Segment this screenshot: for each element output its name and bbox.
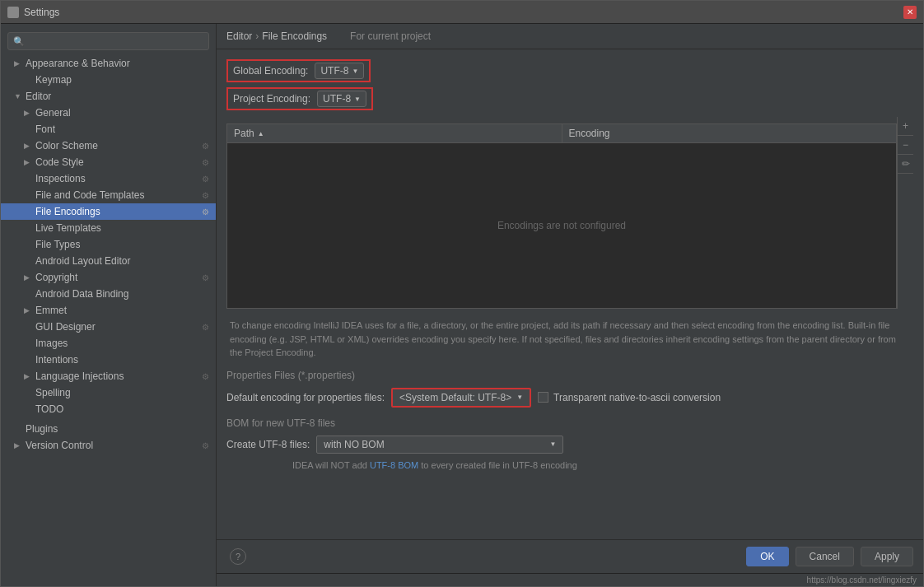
create-utf8-label: Create UTF-8 files: [226,439,310,450]
sidebar-item-label: Android Data Binding [35,288,128,300]
global-encoding-section: Global Encoding: UTF-8 ▼ [226,59,913,82]
dropdown-arrow: ▼ [549,440,556,448]
sidebar-item-label: TODO [35,403,63,415]
app-icon [7,7,19,18]
bom-title: BOM for new UTF-8 files [226,417,913,429]
settings-icon: ⚙ [202,372,209,381]
create-utf8-select[interactable]: with NO BOM ▼ [316,436,563,454]
help-button[interactable]: ? [230,548,246,565]
expand-arrow: ▶ [14,441,22,450]
add-row-button[interactable]: + [898,117,913,136]
sidebar-item-images[interactable]: Images [1,335,216,352]
sidebar-item-file-code-templates[interactable]: File and Code Templates ⚙ [1,187,216,203]
sidebar-item-label: File Encodings [35,206,100,217]
settings-icon: ⚙ [202,207,209,217]
props-encoding-row: Default encoding for properties files: <… [226,388,913,408]
props-files-label: Properties Files (*.properties) [226,370,913,381]
search-box[interactable]: 🔍 [7,32,209,50]
sidebar-item-label: Intentions [35,354,78,366]
sidebar-item-intentions[interactable]: Intentions [1,352,216,368]
settings-icon: ⚙ [202,142,209,151]
main-content: 🔍 ▶ Appearance & Behavior Keymap ▼ Edito… [1,24,923,586]
col-encoding: Encoding [562,124,897,142]
settings-icon: ⚙ [202,273,209,282]
dropdown-arrow: ▼ [516,394,523,401]
main-panel: Editor › File Encodings For current proj… [217,24,923,586]
url-bar: https://blog.csdn.net/lingxiezfy [217,573,923,586]
sidebar-item-inspections[interactable]: Inspections ⚙ [1,170,216,187]
sidebar-item-spelling[interactable]: Spelling [1,384,216,401]
for-current-project-link[interactable]: For current project [350,30,431,42]
sidebar-item-keymap[interactable]: Keymap [1,72,216,88]
breadcrumb-separator: › [255,30,259,42]
close-button[interactable]: ✕ [903,6,917,19]
sidebar-item-label: Inspections [35,173,86,184]
expand-arrow: ▶ [24,109,32,117]
sidebar-item-android-data-binding[interactable]: Android Data Binding [1,286,216,302]
sidebar-item-label: Keymap [35,74,72,86]
global-encoding-select[interactable]: UTF-8 ▼ [315,63,364,79]
table-actions: + − ✏ [897,117,913,309]
sidebar-item-code-style[interactable]: ▶ Code Style ⚙ [1,154,216,170]
sidebar-item-gui-designer[interactable]: GUI Designer ⚙ [1,319,216,335]
bom-row: Create UTF-8 files: with NO BOM ▼ [226,436,913,454]
settings-icon: ⚙ [202,191,209,200]
sidebar-item-plugins[interactable]: Plugins [1,421,216,437]
sidebar-item-file-encodings[interactable]: File Encodings ⚙ [1,203,216,220]
project-encoding-row: Project Encoding: UTF-8 ▼ [226,87,373,110]
encodings-table: Path ▲ Encoding Encodings are not config… [226,123,897,309]
sidebar-item-label: Color Scheme [35,140,98,151]
edit-row-button[interactable]: ✏ [898,155,913,174]
bottom-bar: ? OK Cancel Apply [217,539,923,573]
sidebar-item-appearance[interactable]: ▶ Appearance & Behavior [1,55,216,72]
default-encoding-value: <System Default: UTF-8> [399,392,511,403]
project-encoding-label: Project Encoding: [233,93,310,105]
sidebar-item-version-control[interactable]: ▶ Version Control ⚙ [1,437,216,454]
apply-button[interactable]: Apply [861,547,913,566]
sidebar-item-font[interactable]: Font [1,121,216,137]
sidebar-item-label: GUI Designer [35,321,96,333]
sidebar-item-label: Spelling [35,387,71,398]
window-title: Settings [24,7,59,18]
table-body: Encodings are not configured [227,143,896,308]
create-utf8-value: with NO BOM [324,439,384,450]
bom-note-link[interactable]: UTF-8 BOM [370,460,418,470]
sidebar-item-editor[interactable]: ▼ Editor [1,88,216,105]
expand-arrow: ▶ [24,273,32,282]
bom-section: BOM for new UTF-8 files Create UTF-8 fil… [226,417,913,470]
sidebar-item-live-templates[interactable]: Live Templates [1,220,216,236]
sidebar-item-color-scheme[interactable]: ▶ Color Scheme ⚙ [1,137,216,154]
expand-arrow: ▶ [24,306,32,314]
breadcrumb-editor: Editor [226,30,252,42]
sidebar-item-label: Live Templates [35,222,101,234]
sidebar-item-general[interactable]: ▶ General [1,105,216,121]
ok-button[interactable]: OK [746,547,788,566]
sidebar-item-label: Plugins [26,423,58,435]
sidebar-item-label: General [35,107,71,119]
settings-icon: ⚙ [202,158,209,167]
sidebar-item-file-types[interactable]: File Types [1,236,216,253]
default-encoding-select[interactable]: <System Default: UTF-8> ▼ [391,388,531,408]
remove-row-button[interactable]: − [898,136,913,155]
search-input[interactable] [28,35,203,47]
sidebar-item-language-injections[interactable]: ▶ Language Injections ⚙ [1,368,216,384]
sidebar-item-copyright[interactable]: ▶ Copyright ⚙ [1,269,216,286]
col-path: Path ▲ [227,124,562,142]
transparent-checkbox[interactable] [538,392,548,403]
global-encoding-value: UTF-8 [320,65,348,77]
cancel-button[interactable]: Cancel [796,547,854,566]
col-path-label: Path [234,128,254,139]
breadcrumb-file-encodings: File Encodings [262,30,327,42]
sidebar-item-label: Font [35,123,55,135]
bom-note-prefix: IDEA will NOT add [292,460,367,470]
panel-content: Global Encoding: UTF-8 ▼ Project Encodin… [217,49,923,539]
titlebar-left: Settings [7,7,59,18]
dropdown-arrow: ▼ [352,68,358,75]
default-encoding-label: Default encoding for properties files: [226,392,385,403]
sidebar-item-emmet[interactable]: ▶ Emmet [1,302,216,319]
sidebar-item-android-layout-editor[interactable]: Android Layout Editor [1,253,216,269]
sidebar-item-todo[interactable]: TODO [1,401,216,417]
sidebar-item-label: File and Code Templates [35,189,145,201]
project-encoding-select[interactable]: UTF-8 ▼ [317,91,366,107]
settings-icon: ⚙ [202,323,209,332]
